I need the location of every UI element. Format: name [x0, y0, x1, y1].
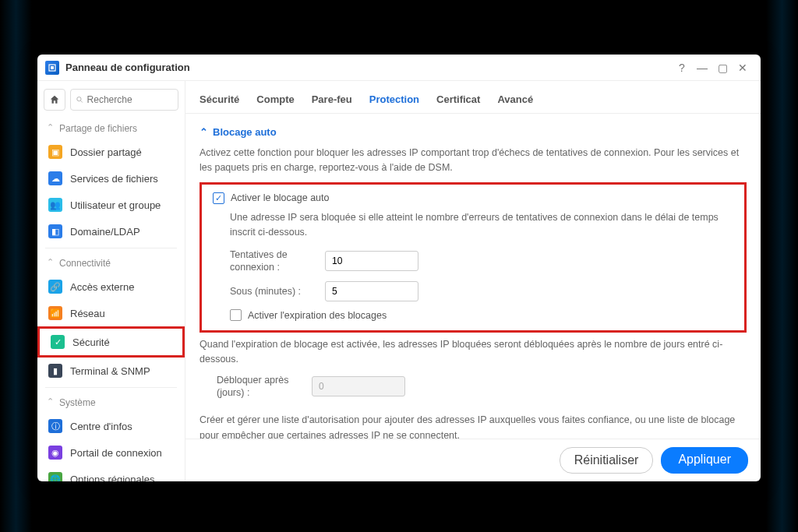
globe-icon: 🌐	[48, 472, 62, 481]
sidebar-item-network[interactable]: 📶 Réseau	[37, 300, 185, 326]
maximize-button[interactable]: ▢	[712, 58, 733, 78]
close-button[interactable]: ✕	[733, 58, 753, 78]
sidebar-group-connectivity[interactable]: Connectivité	[37, 252, 185, 273]
sidebar-item-label: Domaine/LDAP	[70, 226, 140, 238]
sidebar-item-label: Centre d'infos	[70, 421, 132, 432]
domain-icon: ◧	[48, 224, 62, 238]
enable-autoblock-label: Activer le blocage auto	[231, 192, 329, 203]
app-icon	[45, 61, 59, 75]
sidebar-item-label: Réseau	[70, 308, 105, 319]
unblock-after-label: Débloquer après (jours) :	[217, 374, 302, 400]
users-icon: 👥	[48, 198, 62, 212]
sidebar-group-system[interactable]: Système	[37, 391, 185, 413]
sidebar-item-label: Utilisateur et groupe	[70, 199, 161, 211]
enable-autoblock-desc: Une adresse IP sera bloquée si elle atte…	[230, 210, 733, 241]
sidebar-group-file-sharing[interactable]: Partage de fichiers	[37, 117, 185, 139]
shield-icon: ✓	[51, 335, 65, 349]
help-button[interactable]: ?	[672, 58, 692, 78]
info-icon: ⓘ	[48, 419, 62, 433]
sidebar-item-regional-options[interactable]: 🌐 Options régionales	[37, 466, 185, 481]
sidebar-item-label: Accès externe	[70, 281, 134, 293]
sidebar-item-label: Options régionales	[70, 474, 154, 482]
enable-expiration-label: Activer l'expiration des blocages	[248, 310, 387, 321]
sidebar: Partage de fichiers ▣ Dossier partagé ☁ …	[37, 81, 185, 481]
sidebar-item-user-group[interactable]: 👥 Utilisateur et groupe	[37, 192, 185, 218]
sidebar-item-label: Dossier partagé	[70, 146, 142, 158]
section-description: Activez cette fonction pour bloquer les …	[200, 146, 747, 176]
sidebar-item-label: Portail de connexion	[70, 447, 162, 459]
tab-security[interactable]: Sécurité	[200, 89, 239, 113]
sidebar-item-label: Terminal & SNMP	[70, 365, 150, 377]
content-area: ⌃ Blocage auto Activez cette fonction po…	[185, 114, 761, 439]
sidebar-item-external-access[interactable]: 🔗 Accès externe	[37, 273, 185, 300]
svg-line-3	[81, 100, 83, 102]
main-panel: Sécurité Compte Pare-feu Protection Cert…	[185, 81, 761, 481]
apply-button[interactable]: Appliquer	[661, 447, 748, 474]
link-icon: 🔗	[48, 280, 62, 294]
section-title: Blocage auto	[213, 126, 277, 138]
footer: Réinitialiser Appliquer	[185, 439, 761, 481]
unblock-after-input	[312, 376, 405, 396]
attempts-input[interactable]	[325, 251, 418, 271]
sidebar-item-label: Sécurité	[72, 336, 110, 348]
expiration-description: Quand l'expiration de blocage est activé…	[200, 337, 747, 368]
svg-rect-1	[51, 66, 54, 69]
within-input[interactable]	[325, 281, 418, 301]
sidebar-item-security[interactable]: ✓ Sécurité	[37, 326, 185, 358]
reset-button[interactable]: Réinitialiser	[560, 447, 654, 474]
window-title: Panneau de configuration	[65, 62, 672, 73]
home-button[interactable]	[44, 89, 65, 111]
portal-icon: ◉	[48, 446, 62, 460]
sidebar-item-file-services[interactable]: ☁ Services de fichiers	[37, 165, 185, 192]
enable-expiration-checkbox[interactable]	[230, 309, 242, 321]
tab-firewall[interactable]: Pare-feu	[312, 89, 352, 113]
enable-autoblock-checkbox[interactable]: ✓	[213, 192, 224, 204]
sidebar-item-terminal-snmp[interactable]: ▮ Terminal & SNMP	[37, 358, 185, 384]
tab-certificate[interactable]: Certificat	[436, 89, 480, 113]
sidebar-item-domain-ldap[interactable]: ◧ Domaine/LDAP	[37, 218, 185, 245]
within-label: Sous (minutes) :	[230, 285, 316, 298]
search-icon	[76, 95, 84, 104]
tab-advanced[interactable]: Avancé	[497, 89, 533, 113]
sidebar-item-info-center[interactable]: ⓘ Centre d'infos	[37, 413, 185, 439]
cloud-icon: ☁	[48, 171, 62, 185]
search-input[interactable]	[87, 94, 173, 105]
network-icon: 📶	[48, 306, 62, 320]
search-box[interactable]	[70, 89, 178, 111]
titlebar: Panneau de configuration ? — ▢ ✕	[37, 55, 761, 81]
allow-block-list-desc: Créer et gérer une liste d'autorisation …	[200, 413, 747, 439]
terminal-icon: ▮	[48, 364, 62, 378]
highlighted-region: ✓ Activer le blocage auto Une adresse IP…	[200, 182, 747, 333]
section-autoblock-toggle[interactable]: ⌃ Blocage auto	[200, 122, 747, 146]
sidebar-item-shared-folder[interactable]: ▣ Dossier partagé	[37, 139, 185, 165]
sidebar-item-login-portal[interactable]: ◉ Portail de connexion	[37, 439, 185, 466]
sidebar-item-label: Services de fichiers	[70, 173, 158, 185]
tab-protection[interactable]: Protection	[369, 89, 419, 113]
minimize-button[interactable]: —	[692, 58, 712, 78]
svg-point-2	[77, 97, 81, 100]
attempts-label: Tentatives de connexion :	[230, 248, 316, 274]
chevron-up-icon: ⌃	[200, 126, 208, 138]
tab-account[interactable]: Compte	[256, 89, 294, 113]
folder-icon: ▣	[48, 145, 62, 159]
tab-bar: Sécurité Compte Pare-feu Protection Cert…	[185, 81, 761, 114]
control-panel-window: Panneau de configuration ? — ▢ ✕ Partage…	[37, 55, 761, 481]
